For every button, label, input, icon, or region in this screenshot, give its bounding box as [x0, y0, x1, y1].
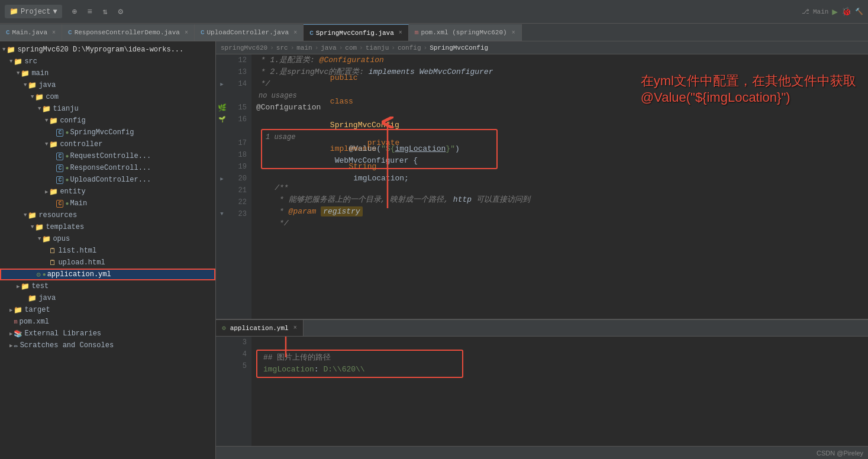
linenum-18: 18 — [233, 149, 247, 161]
breadcrumb-sep-3: › — [315, 44, 319, 51]
tree-item-opus[interactable]: ▼ 📁 opus — [0, 233, 215, 245]
java-icon-springmvcconfig: C — [56, 129, 63, 137]
label-entity: entity — [60, 188, 85, 196]
label-main2: Main — [70, 199, 87, 208]
arrow-scratches[interactable]: ▶ — [9, 342, 12, 349]
arrow-templates[interactable]: ▼ — [31, 224, 34, 230]
tree-item-entity[interactable]: ▶ 📁 entity — [0, 186, 215, 198]
folder-icon-templates: 📁 — [35, 223, 44, 232]
bean-icon-15: 🌿 — [218, 104, 227, 112]
tree-item-target[interactable]: ▶ 📁 target — [0, 304, 215, 316]
tree-item-applicationyml[interactable]: ▶ ⚙ ● application.yml — [0, 269, 215, 280]
folder-icon-main: 📁 — [21, 69, 30, 78]
tree-item-templates[interactable]: ▼ 📁 templates — [0, 221, 215, 233]
label-tianju: tianju — [53, 105, 78, 113]
arrow-extlibs[interactable]: ▶ — [9, 331, 12, 337]
tab-close-response[interactable]: × — [185, 30, 188, 36]
tab-springmvc[interactable]: C SpringMvcConfig.java × — [304, 24, 409, 41]
tree-item-java2[interactable]: ▶ 📁 java — [0, 292, 215, 304]
bottom-code-line-5: imgLocation: D:\\620\\ — [263, 364, 456, 376]
tree-item-resources[interactable]: ▼ 📁 resources — [0, 209, 215, 221]
folder-icon-springmvc620: 📁 — [7, 46, 15, 54]
project-button[interactable]: 📁 Project ▼ — [5, 5, 62, 18]
label-responsecontroller: ResponseControll... — [70, 164, 151, 172]
tree-item-config[interactable]: ▼ 📁 config — [0, 115, 215, 127]
gutter-18 — [216, 149, 228, 161]
debug-icon[interactable]: 🐞 — [841, 7, 851, 17]
linenum-usage1 — [233, 90, 247, 102]
csdn-watermark: CSDN @Pireley — [817, 450, 863, 457]
tree-item-controller[interactable]: ▼ 📁 controller — [0, 138, 215, 150]
arrow-springmvc620[interactable]: ▼ — [2, 47, 5, 53]
tab-response[interactable]: C ResponseControllerDemo.java × — [62, 24, 195, 41]
label-springmvcconfig: SpringMvcConfig — [70, 128, 134, 137]
tree-item-extlibs[interactable]: ▶ 📚 External Libraries — [0, 328, 215, 340]
tree-item-com[interactable]: ▼ 📁 com — [0, 91, 215, 103]
fold-icon-20[interactable]: ▶ — [220, 176, 223, 182]
tree-item-main[interactable]: ▼ 📁 main — [0, 67, 215, 79]
tree-item-uploadcontroller[interactable]: ▶ C ● UploadController... — [0, 174, 215, 186]
bottom-gutter-5 — [216, 360, 228, 372]
java-icon-requestcontroller: C — [56, 153, 63, 160]
scope-icon[interactable]: ⊕ — [69, 7, 80, 17]
editor-top[interactable]: ▶ 🌿 🌱 ▶ — [216, 54, 868, 320]
arrow-entity[interactable]: ▶ — [45, 189, 48, 195]
arrow-resources[interactable]: ▼ — [24, 212, 27, 218]
breadcrumb-part-2: src — [276, 44, 288, 51]
tree-item-uploadhtml[interactable]: ▶ 🗒 upload.html — [0, 257, 215, 269]
tree-item-src[interactable]: ▼ 📁 src — [0, 56, 215, 67]
run-icon[interactable]: ▶ — [832, 6, 838, 18]
gutter-21 — [216, 185, 228, 196]
tab-close-upload[interactable]: × — [293, 30, 297, 36]
code-content-bottom[interactable]: ## 图片上传的路径 imgLocation: D:\\620\\ — [251, 337, 868, 446]
tab-pom[interactable]: m pom.xml (springMvc620) × — [409, 24, 522, 41]
arrow-src[interactable]: ▼ — [9, 59, 12, 64]
tab-bottom-applicationyml[interactable]: ⚙ application.yml × — [216, 319, 304, 336]
fold-icon-23[interactable]: ▼ — [220, 211, 223, 217]
tree-item-pomxml[interactable]: ▶ m pom.xml — [0, 316, 215, 328]
editor-bottom[interactable]: 3 4 5 ## 图片上传的路径 — [216, 337, 868, 446]
tab-close-main[interactable]: × — [52, 30, 56, 36]
tree-item-tianju[interactable]: ▼ 📁 tianju — [0, 103, 215, 115]
java-icon-responsecontroller: C — [56, 164, 63, 172]
tab-close-springmvc[interactable]: × — [399, 30, 402, 36]
code-text-5: imgLocation: D:\\620\\ — [263, 364, 365, 376]
arrow-config[interactable]: ▼ — [45, 118, 48, 124]
arrow-com[interactable]: ▼ — [31, 94, 34, 100]
arrow-target[interactable]: ▶ — [9, 307, 12, 313]
list-icon[interactable]: ≡ — [85, 7, 95, 17]
sort-icon[interactable]: ⇅ — [100, 7, 111, 17]
bottom-tab-label: application.yml — [230, 325, 289, 332]
tree-item-java[interactable]: ▼ 📁 java — [0, 79, 215, 91]
tree-item-scratches[interactable]: ▶ ✏ Scratches and Consoles — [0, 340, 215, 351]
arrow-test[interactable]: ▶ — [17, 283, 20, 290]
arrow-java[interactable]: ▼ — [24, 82, 27, 88]
arrow-opus[interactable]: ▼ — [38, 236, 41, 242]
tab-close-pom[interactable]: × — [512, 30, 515, 36]
arrow-main[interactable]: ▼ — [17, 70, 20, 76]
arrow-controller[interactable]: ▼ — [45, 141, 48, 147]
tree-item-springmvcconfig[interactable]: ▶ C ● SpringMvcConfig — [0, 127, 215, 138]
tab-main[interactable]: C Main.java × — [0, 24, 62, 41]
tree-item-springmvc620[interactable]: ▼ 📁 springMvc620 D:\Myprogram\idea-works… — [0, 44, 215, 56]
linenum-14: 14 — [233, 78, 247, 90]
yaml-icon-applicationyml: ⚙ — [36, 270, 40, 279]
tree-item-listhtml[interactable]: ▶ 🗒 list.html — [0, 245, 215, 257]
tree-item-test[interactable]: ▶ 📁 test — [0, 280, 215, 292]
arrow-tianju[interactable]: ▼ — [38, 106, 41, 112]
bottom-gutter-icons — [216, 337, 228, 446]
tree-item-main2[interactable]: ▶ C ● Main — [0, 198, 215, 209]
code-line-21: * 能够把服务器上的一个目录, 映射成一个路径, http 可以直接访问到 — [256, 194, 863, 206]
folder-icon-test: 📁 — [21, 282, 30, 291]
linenum-23: 23 — [233, 208, 247, 220]
tree-item-requestcontroller[interactable]: ▶ C ● RequestControlle... — [0, 150, 215, 162]
settings-icon[interactable]: ⚙ — [115, 7, 126, 17]
build-icon[interactable]: 🔨 — [855, 8, 863, 15]
gutter-icons: ▶ 🌿 🌱 ▶ — [216, 54, 228, 319]
fold-icon-14[interactable]: ▶ — [220, 81, 223, 88]
breadcrumb-sep-2: › — [291, 44, 295, 51]
bottom-tab-close[interactable]: × — [293, 325, 297, 331]
tab-upload[interactable]: C UploadController.java × — [195, 24, 304, 41]
tab-label-springmvc: SpringMvcConfig.java — [316, 30, 394, 37]
tree-item-responsecontroller[interactable]: ▶ C ● ResponseControll... — [0, 162, 215, 174]
